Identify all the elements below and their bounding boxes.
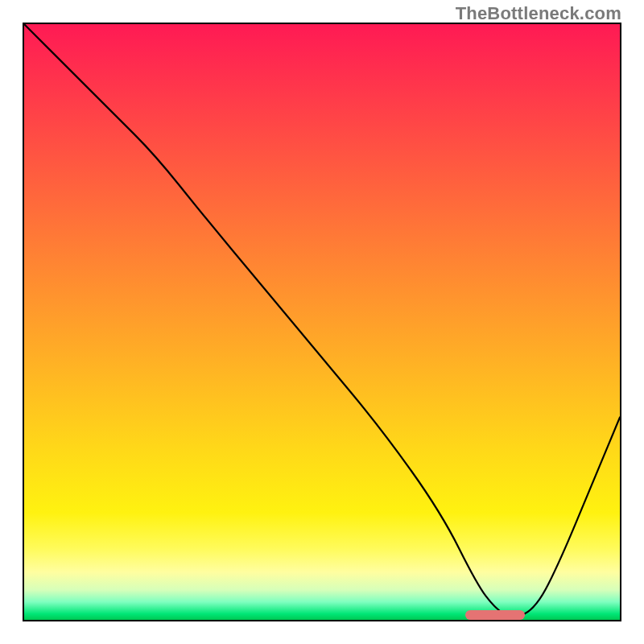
bottleneck-curve xyxy=(24,24,620,620)
optimal-range-marker xyxy=(465,610,525,620)
plot-area xyxy=(23,23,621,621)
chart-container: TheBottleneck.com xyxy=(0,0,644,644)
watermark-text: TheBottleneck.com xyxy=(456,3,621,24)
